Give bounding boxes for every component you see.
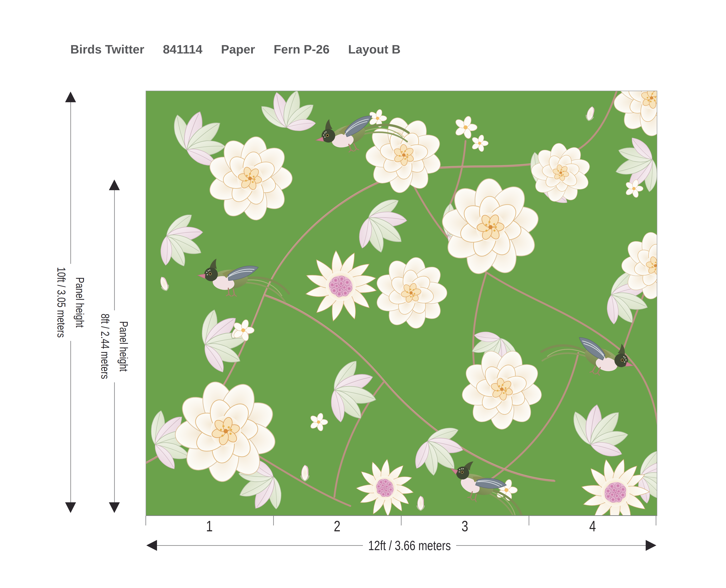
right-arrowhead-icon (646, 540, 657, 551)
panel-tick (529, 516, 529, 525)
down-arrowhead-icon (109, 502, 120, 513)
panel-tick (273, 516, 274, 525)
pattern-name: Birds Twitter (70, 42, 144, 56)
up-arrowhead-icon (109, 180, 120, 190)
product-header: Birds Twitter 841114 Paper Fern P-26 Lay… (70, 42, 400, 56)
material: Paper (221, 42, 255, 56)
left-arrowhead-icon (146, 540, 157, 551)
width-label: 12ft / 3.66 meters (363, 538, 456, 553)
down-arrowhead-icon (65, 502, 76, 513)
wallpaper-pattern (146, 91, 657, 515)
panel-number-4: 4 (589, 519, 596, 533)
panel-tick (145, 516, 146, 525)
up-arrowhead-icon (65, 91, 76, 102)
colorway: Fern P-26 (274, 42, 329, 56)
layout-variant: Layout B (348, 42, 400, 56)
partial-height-label: Panel height 8ft / 2.44 meters (94, 310, 134, 382)
panel-number-2: 2 (334, 519, 340, 533)
panel-height-caption: Panel height (114, 314, 133, 379)
wallpaper-swatch (146, 91, 657, 516)
item-number: 841114 (163, 42, 202, 56)
panel-height-value: 8ft / 2.44 meters (96, 314, 114, 379)
panel-tick (656, 516, 657, 525)
full-height-label: Panel height 10ft / 3.05 meters (51, 264, 90, 341)
panel-tick (401, 516, 402, 525)
wallpaper-spec-sheet: Birds Twitter 841114 Paper Fern P-26 Lay… (0, 0, 726, 588)
panel-height-caption: Panel height (70, 267, 89, 337)
panel-number-1: 1 (206, 519, 213, 533)
panel-number-3: 3 (462, 519, 468, 533)
panel-height-value: 10ft / 3.05 meters (52, 267, 70, 337)
